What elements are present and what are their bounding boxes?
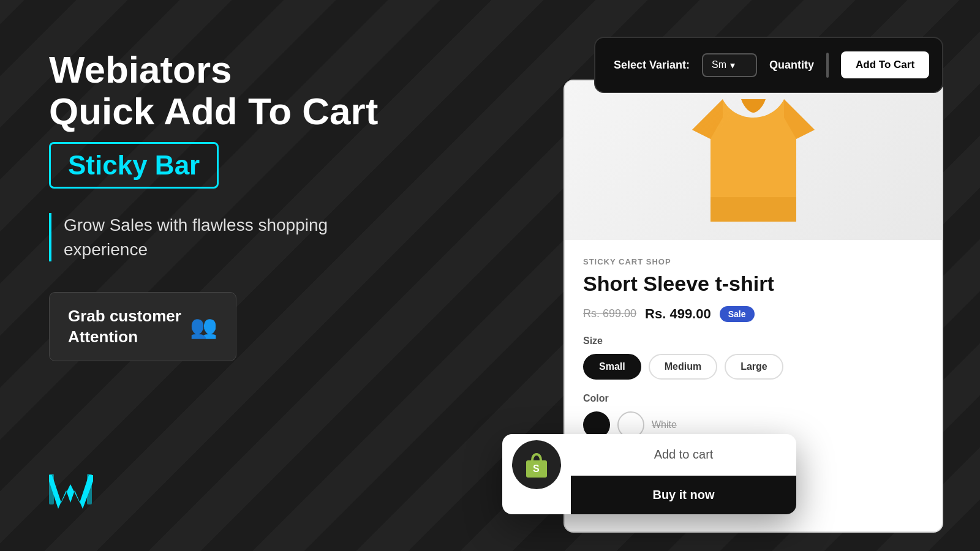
grab-attention-text: Grab customer Attention bbox=[68, 306, 181, 348]
size-medium-button[interactable]: Medium bbox=[649, 354, 717, 380]
title-line2: Quick Add To Cart bbox=[49, 90, 378, 132]
tagline-line1: Grow Sales with flawless shopping bbox=[64, 216, 328, 234]
size-small-button[interactable]: Small bbox=[583, 354, 641, 380]
product-image-area bbox=[565, 81, 942, 240]
grab-attention-line1: Grab customer bbox=[68, 307, 181, 325]
price-row: Rs. 699.00 Rs. 499.00 Sale bbox=[583, 306, 924, 322]
new-price: Rs. 499.00 bbox=[645, 306, 711, 322]
quantity-decrease-button[interactable]: − bbox=[827, 54, 829, 77]
quantity-control: − 1 + bbox=[826, 53, 829, 78]
popup-row: S Add to cart Buy it now bbox=[502, 434, 796, 514]
popup-card: S Add to cart Buy it now bbox=[502, 434, 796, 514]
size-large-button[interactable]: Large bbox=[725, 354, 783, 380]
tagline: Grow Sales with flawless shopping experi… bbox=[64, 213, 404, 261]
webiators-logo bbox=[49, 469, 104, 512]
people-icon: 👥 bbox=[190, 314, 217, 340]
quantity-label: Quantity bbox=[769, 59, 814, 72]
popup-inner: Add to cart Buy it now bbox=[571, 434, 796, 514]
old-price: Rs. 699.00 bbox=[583, 307, 636, 320]
sticky-bar-card: Select Variant: Sm ▾ Quantity − 1 + Add … bbox=[594, 37, 943, 93]
svg-marker-0 bbox=[49, 475, 93, 509]
main-title: Webiators Quick Add To Cart bbox=[49, 49, 404, 132]
add-to-cart-sticky-button[interactable]: Add To Cart bbox=[841, 51, 929, 78]
logo-area bbox=[49, 469, 104, 514]
title-line1: Webiators bbox=[49, 48, 232, 91]
right-panel: Select Variant: Sm ▾ Quantity − 1 + Add … bbox=[564, 18, 943, 533]
tagline-line2: experience bbox=[64, 240, 148, 259]
popup-buy-it-now[interactable]: Buy it now bbox=[571, 476, 796, 514]
product-image bbox=[692, 87, 815, 234]
svg-rect-1 bbox=[49, 474, 54, 504]
svg-rect-2 bbox=[87, 474, 92, 504]
svg-text:S: S bbox=[533, 463, 540, 474]
color-white-label: White bbox=[652, 419, 677, 430]
shop-name: STICKY CART SHOP bbox=[583, 257, 924, 266]
size-label: Size bbox=[583, 335, 924, 347]
grab-attention-line2: Attention bbox=[68, 328, 138, 346]
variant-select[interactable]: Sm ▾ bbox=[702, 53, 757, 77]
chevron-down-icon: ▾ bbox=[730, 59, 735, 71]
color-label: Color bbox=[583, 393, 924, 404]
popup-add-to-cart[interactable]: Add to cart bbox=[571, 434, 796, 476]
product-name: Short Sleeve t-shirt bbox=[583, 271, 924, 296]
badge-label: Sticky Bar bbox=[68, 150, 200, 180]
sticky-bar-badge: Sticky Bar bbox=[49, 142, 219, 189]
variant-value: Sm bbox=[712, 59, 726, 70]
grab-attention-box: Grab customer Attention 👥 bbox=[49, 292, 236, 362]
shopify-icon-area: S bbox=[512, 440, 561, 489]
shopify-icon: S bbox=[521, 449, 552, 480]
select-variant-label: Select Variant: bbox=[614, 59, 690, 72]
left-panel: Webiators Quick Add To Cart Sticky Bar G… bbox=[49, 49, 404, 398]
tagline-block: Grow Sales with flawless shopping experi… bbox=[49, 213, 404, 261]
sale-badge: Sale bbox=[720, 306, 755, 322]
size-options: Small Medium Large bbox=[583, 354, 924, 380]
